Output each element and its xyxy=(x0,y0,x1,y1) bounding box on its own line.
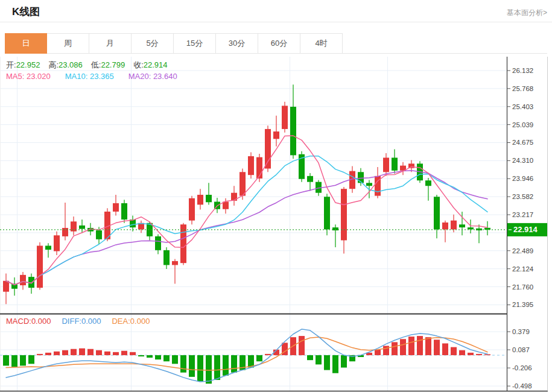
high-value: 23.086 xyxy=(59,60,83,69)
high-label: 高: xyxy=(48,60,59,69)
svg-text:-0.206: -0.206 xyxy=(512,364,532,371)
open-label: 开: xyxy=(6,60,16,69)
tab-月[interactable]: 月 xyxy=(89,33,132,54)
svg-text:22.914: 22.914 xyxy=(513,225,538,234)
ma20-line xyxy=(6,171,487,285)
macd-legend: MACD:0.000DIFF:0.000DEA:0.000 xyxy=(6,317,150,326)
ma20-legend: MA20: 23.640 xyxy=(128,72,177,81)
candles-group xyxy=(3,84,490,304)
diff-value-legend: DIFF:0.000 xyxy=(62,317,101,326)
tab-15分[interactable]: 15分 xyxy=(174,33,216,54)
low-label: 低: xyxy=(91,60,101,69)
ma5-line xyxy=(6,136,487,285)
open-value: 22.952 xyxy=(16,60,40,69)
title-divider xyxy=(0,22,552,22)
ma10-line xyxy=(6,156,487,285)
tab-60分[interactable]: 60分 xyxy=(258,33,300,54)
kline-page: 26.13225.76825.40325.03924.67524.31023.9… xyxy=(0,0,552,392)
kline-chart-canvas[interactable]: 26.13225.76825.40325.03924.67524.31023.9… xyxy=(0,0,552,392)
tab-5分[interactable]: 5分 xyxy=(132,33,174,54)
svg-text:22.124: 22.124 xyxy=(512,265,534,273)
svg-text:25.039: 25.039 xyxy=(512,121,533,128)
tab-周[interactable]: 周 xyxy=(47,33,89,54)
ma-legend: MA5: 23.020MA10: 23.365MA20: 23.640 xyxy=(6,72,177,81)
ohlc-legend: 开:22.952高:23.086低:22.799收:22.914 xyxy=(6,60,176,71)
svg-text:0.087: 0.087 xyxy=(512,346,530,353)
tabs-filler xyxy=(343,33,547,54)
low-value: 22.799 xyxy=(101,60,125,69)
svg-text:-0.498: -0.498 xyxy=(512,382,532,390)
fundamental-analysis-link[interactable]: 基本面分析> xyxy=(507,8,547,18)
svg-text:23.582: 23.582 xyxy=(512,193,533,200)
tab-4时[interactable]: 4时 xyxy=(300,33,343,54)
tab-30分[interactable]: 30分 xyxy=(216,33,258,54)
dea-value-legend: DEA:0.000 xyxy=(112,317,150,326)
svg-text:23.217: 23.217 xyxy=(512,211,533,218)
svg-text:24.675: 24.675 xyxy=(512,139,533,146)
period-tabs: 日周月5分15分30分60分4时 xyxy=(5,33,547,54)
macd-value-legend: MACD:0.000 xyxy=(6,317,51,326)
svg-text:22.489: 22.489 xyxy=(512,247,533,254)
macd-histogram xyxy=(3,336,490,384)
svg-text:26.132: 26.132 xyxy=(512,67,533,74)
page-title: K线图 xyxy=(12,5,40,19)
svg-text:21.760: 21.760 xyxy=(512,283,533,291)
ma10-legend: MA10: 23.365 xyxy=(65,72,114,81)
svg-text:25.768: 25.768 xyxy=(512,85,533,92)
ma5-legend: MA5: 23.020 xyxy=(6,72,51,81)
dea-line xyxy=(6,337,487,370)
close-label: 收: xyxy=(133,60,144,69)
tab-日[interactable]: 日 xyxy=(5,33,47,54)
svg-text:0.379: 0.379 xyxy=(512,328,530,335)
svg-text:25.403: 25.403 xyxy=(512,103,533,110)
current-price-tag: 22.914 xyxy=(507,223,547,236)
svg-text:23.946: 23.946 xyxy=(512,175,533,182)
svg-text:21.395: 21.395 xyxy=(512,301,533,308)
svg-text:24.310: 24.310 xyxy=(512,157,533,164)
close-value: 22.914 xyxy=(144,60,168,69)
